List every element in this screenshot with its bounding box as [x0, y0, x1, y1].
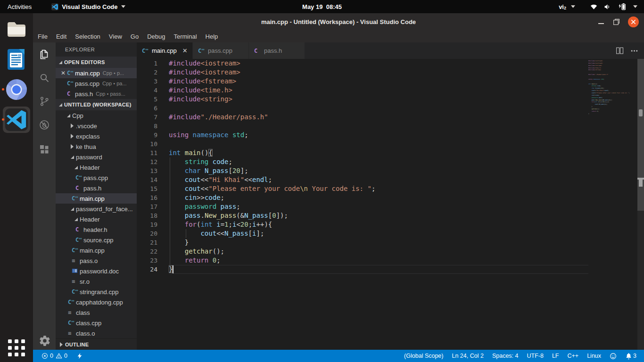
- code-line-3[interactable]: 3#include<fstream>: [137, 77, 644, 86]
- menu-terminal[interactable]: Terminal: [169, 30, 201, 42]
- code-line-22[interactable]: 22 getchar();: [137, 247, 644, 256]
- folder-password-for-face-[interactable]: password_for_face...: [56, 204, 137, 214]
- language-mode[interactable]: C++: [568, 353, 579, 359]
- file-capphatdong-cpp[interactable]: C++capphatdong.cpp: [56, 297, 137, 307]
- code-line-6[interactable]: 6: [137, 104, 644, 113]
- file-pass-h[interactable]: Cpass.h: [56, 183, 137, 193]
- file-class-cpp[interactable]: C++class.cpp: [56, 318, 137, 328]
- code-line-15[interactable]: 15 cout<<"Please enter your code\n Your …: [137, 184, 644, 193]
- explorer-icon[interactable]: [39, 49, 50, 60]
- file-class-o[interactable]: ≡class.o: [56, 328, 137, 338]
- tab-pass.h[interactable]: Cpass.h: [249, 42, 305, 59]
- window-title-bar[interactable]: main.cpp - Untitled (Workspace) - Visual…: [33, 13, 644, 30]
- outline-header[interactable]: OUTLINE: [56, 338, 137, 350]
- code-line-18[interactable]: 18 pass.New_pass(&N_pass[0]);: [137, 211, 644, 220]
- code-line-16[interactable]: 16 cin>>code;: [137, 193, 644, 202]
- open-editor-pass.h[interactable]: Cpass.hCpp • pass...: [56, 89, 137, 99]
- folder-header[interactable]: Header: [56, 162, 137, 173]
- lightning-icon[interactable]: [76, 353, 83, 359]
- code-line-1[interactable]: 1#include<iostream>: [137, 59, 644, 68]
- scrollbar-thumb[interactable]: [639, 109, 643, 116]
- open-editor-main.cpp[interactable]: ✕C++main.cppCpp • p...: [56, 68, 137, 78]
- minimize-button[interactable]: [598, 18, 605, 25]
- focused-app-menu[interactable]: Visual Studio Code: [51, 3, 125, 10]
- open-editors-header[interactable]: OPEN EDITORS: [56, 57, 137, 68]
- extensions-icon[interactable]: [39, 144, 50, 155]
- split-editor-icon[interactable]: [616, 47, 624, 55]
- folder-header[interactable]: Header: [56, 214, 137, 224]
- folder-password[interactable]: password: [56, 152, 137, 162]
- menu-go[interactable]: Go: [126, 30, 143, 42]
- code-line-11[interactable]: 11int main(){: [137, 148, 644, 157]
- code-line-13[interactable]: 13 char N_pass[20];: [137, 166, 644, 175]
- feedback-smiley-icon[interactable]: [610, 353, 617, 360]
- scope-indicator[interactable]: (Global Scope): [404, 353, 443, 359]
- folder--vscode[interactable]: .vscode: [56, 121, 137, 131]
- debug-icon[interactable]: [39, 119, 50, 131]
- code-line-4[interactable]: 4#include<time.h>: [137, 86, 644, 95]
- more-actions-icon[interactable]: [630, 47, 638, 55]
- encoding[interactable]: UTF-8: [527, 353, 544, 359]
- folder-cpp[interactable]: Cpp: [56, 110, 137, 121]
- source-control-icon[interactable]: [39, 96, 50, 107]
- open-editor-pass.cpp[interactable]: C++pass.cppCpp • pa...: [56, 78, 137, 89]
- code-line-23[interactable]: 23 return 0;: [137, 256, 644, 265]
- warnings-indicator[interactable]: 0: [56, 353, 67, 359]
- os[interactable]: Linux: [587, 353, 601, 359]
- tab-pass.cpp[interactable]: C++pass.cpp: [193, 42, 249, 59]
- file-main-cpp[interactable]: C++main.cpp: [56, 193, 137, 204]
- vscode-launcher[interactable]: [5, 108, 28, 131]
- folder-ke-thua[interactable]: ke thua: [56, 141, 137, 152]
- code-line-7[interactable]: 7#include"./Header/pass.h": [137, 113, 644, 122]
- libreoffice-writer-launcher[interactable]: [5, 48, 28, 71]
- file-stringrand-cpp[interactable]: C++stringrand.cpp: [56, 287, 137, 297]
- chromium-launcher[interactable]: [5, 78, 28, 101]
- close-icon[interactable]: ✕: [59, 70, 67, 76]
- code-line-8[interactable]: 8: [137, 122, 644, 131]
- menu-help[interactable]: Help: [201, 30, 223, 42]
- code-line-10[interactable]: 10: [137, 140, 644, 148]
- scrollbar-track[interactable]: [637, 59, 644, 211]
- code-editor[interactable]: 1#include<iostream>2#include<iostream>3#…: [137, 59, 644, 350]
- show-applications-button[interactable]: [8, 339, 25, 356]
- code-line-19[interactable]: 19 for(int i=1;i<20;i++){: [137, 220, 644, 229]
- close-button[interactable]: [628, 16, 639, 27]
- minimap[interactable]: 1#include<iostream>2#include<iostream>3#…: [588, 60, 632, 115]
- file-sr-o[interactable]: ≡sr.o: [56, 276, 137, 287]
- code-line-9[interactable]: 9using namespace std;: [137, 131, 644, 140]
- code-line-5[interactable]: 5#include<string>: [137, 95, 644, 104]
- code-line-14[interactable]: 14 cout<<"Hi Khai"<<endl;: [137, 175, 644, 184]
- file-pass-o[interactable]: ≡pass.o: [56, 255, 137, 266]
- restore-button[interactable]: [613, 18, 620, 25]
- file-passworld-doc[interactable]: passworld.doc: [56, 266, 137, 276]
- menu-view[interactable]: View: [105, 30, 126, 42]
- code-line-20[interactable]: 20 cout<<N_pass[i];: [137, 229, 644, 238]
- search-icon[interactable]: [39, 72, 50, 83]
- file-pass-cpp[interactable]: C++pass.cpp: [56, 173, 137, 183]
- menu-file[interactable]: File: [33, 30, 52, 42]
- indentation[interactable]: Spaces: 4: [492, 353, 519, 359]
- errors-indicator[interactable]: 0: [41, 353, 53, 359]
- file-main-cpp[interactable]: C++main.cpp: [56, 245, 137, 255]
- folder-expclass[interactable]: expclass: [56, 131, 137, 141]
- file-source-cpp[interactable]: C++source.cpp: [56, 235, 137, 245]
- menu-debug[interactable]: Debug: [143, 30, 169, 42]
- code-line-21[interactable]: 21 }: [137, 238, 644, 247]
- code-line-17[interactable]: 17 password pass;: [137, 202, 644, 211]
- menu-selection[interactable]: Selection: [71, 30, 104, 42]
- file-class[interactable]: ≡class: [56, 307, 137, 318]
- eol[interactable]: LF: [552, 353, 559, 359]
- close-icon[interactable]: ✕: [182, 47, 188, 54]
- code-line-2[interactable]: 2#include<iostream>: [137, 68, 644, 77]
- code-line-12[interactable]: 12 string code;: [137, 157, 644, 166]
- tab-main.cpp[interactable]: C++main.cpp✕: [137, 42, 193, 59]
- workspace-header[interactable]: UNTITLED (WORKSPACE): [56, 99, 137, 110]
- menu-edit[interactable]: Edit: [52, 30, 71, 42]
- files-launcher[interactable]: [5, 18, 28, 41]
- activities-button[interactable]: Activities: [0, 0, 39, 13]
- gear-icon[interactable]: [39, 335, 51, 347]
- keyboard-layout-indicator[interactable]: vi2: [559, 3, 566, 10]
- file-header-h[interactable]: Cheader.h: [56, 224, 137, 235]
- scrollbar-track[interactable]: [637, 211, 644, 350]
- cursor-position[interactable]: Ln 24, Col 2: [452, 353, 483, 359]
